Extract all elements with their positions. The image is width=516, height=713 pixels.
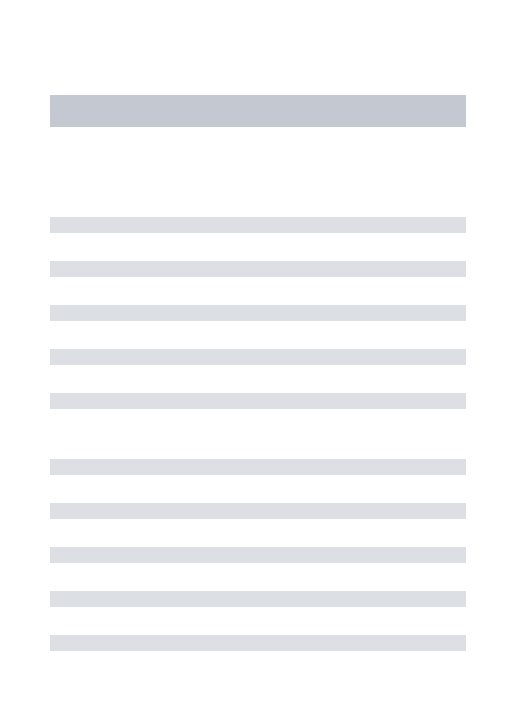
text-line-placeholder (50, 459, 466, 475)
text-line-placeholder (50, 591, 466, 607)
text-line-placeholder (50, 503, 466, 519)
text-line-placeholder (50, 305, 466, 321)
text-line-placeholder (50, 635, 466, 651)
text-line-placeholder (50, 547, 466, 563)
text-line-placeholder (50, 393, 466, 409)
text-line-placeholder (50, 349, 466, 365)
paragraph-block (50, 459, 466, 651)
paragraph-block (50, 217, 466, 409)
text-line-placeholder (50, 261, 466, 277)
title-placeholder (50, 95, 466, 127)
text-line-placeholder (50, 217, 466, 233)
